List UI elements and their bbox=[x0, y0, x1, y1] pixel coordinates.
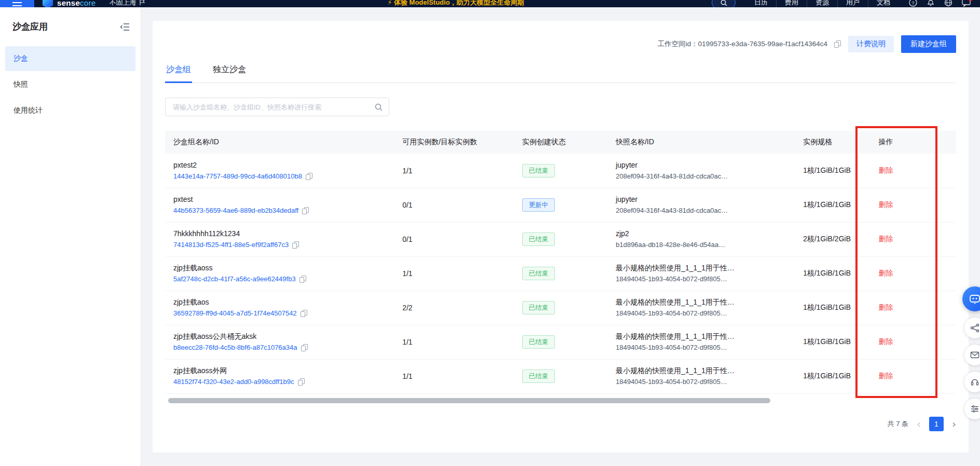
table-row: zjp挂载aoss公共桶无aksk b8eecc28-76fd-4c5b-8bf… bbox=[165, 325, 956, 359]
support-button[interactable] bbox=[964, 372, 980, 392]
brand-name: sensecore bbox=[57, 0, 96, 7]
flag-icon bbox=[139, 0, 145, 6]
snapshot-id: 18494045-1b93-4054-b072-d9f805… bbox=[616, 342, 727, 353]
nav-item-1[interactable]: 费用 bbox=[776, 0, 807, 7]
nav-item-0[interactable]: 日历 bbox=[746, 0, 776, 7]
mail-button[interactable] bbox=[964, 345, 980, 365]
copy-icon[interactable] bbox=[834, 40, 841, 48]
total-count: 共 7 条 bbox=[888, 419, 908, 429]
settings-button[interactable] bbox=[964, 399, 980, 419]
group-id-link[interactable]: 36592789-ff9d-4045-a7d5-1f74e4507542 bbox=[173, 308, 297, 319]
search-box bbox=[165, 98, 389, 116]
group-id-link[interactable]: b8eecc28-76fd-4c5b-8bf6-a87c1076a34a bbox=[173, 342, 297, 353]
copy-icon[interactable] bbox=[301, 344, 308, 351]
sidebar-item-sandbox[interactable]: 沙盒 bbox=[5, 46, 135, 71]
workspace-id: 工作空间id：01995733-e3da-7635-99ae-f1acf1436… bbox=[658, 39, 841, 49]
billing-info-button[interactable]: 计费说明 bbox=[848, 36, 894, 52]
status-badge: 已结束 bbox=[522, 335, 555, 349]
delete-button[interactable]: 删除 bbox=[879, 200, 893, 209]
status-badge: 已结束 bbox=[522, 301, 555, 315]
instance-count: 1/1 bbox=[394, 325, 514, 359]
prev-page-icon[interactable] bbox=[917, 419, 921, 429]
sidebar-item-snapshot[interactable]: 快照 bbox=[5, 72, 135, 97]
svg-text:?: ? bbox=[911, 1, 914, 6]
share-icon bbox=[970, 323, 979, 333]
snapshot-id: 208ef094-316f-4a43-81dd-cdca0ac… bbox=[616, 205, 728, 216]
sidebar-item-label: 使用统计 bbox=[13, 106, 43, 115]
delete-button[interactable]: 删除 bbox=[879, 166, 893, 174]
share-button[interactable] bbox=[964, 318, 980, 338]
snapshot-name: 最小规格的快照使用_1_1_1用于性… bbox=[616, 331, 786, 341]
copy-icon[interactable] bbox=[301, 310, 307, 317]
sidebar-title: 沙盒应用 bbox=[12, 21, 48, 33]
search-icon[interactable] bbox=[375, 103, 383, 111]
group-id-link[interactable]: 48152f74-f320-43e2-add0-a998cdff1b9c bbox=[173, 377, 294, 387]
card-header: 工作空间id：01995733-e3da-7635-99ae-f1acf1436… bbox=[165, 35, 956, 53]
sidebar: 沙盒应用 沙盒 快照 使用统计 bbox=[0, 7, 141, 466]
next-page-icon[interactable] bbox=[952, 419, 956, 429]
delete-button[interactable]: 删除 bbox=[879, 337, 893, 346]
pagination: 共 7 条 1 bbox=[165, 417, 956, 431]
nav-item-3[interactable]: 用户 bbox=[837, 0, 868, 7]
col-snapshot: 快照名称/ID bbox=[607, 131, 795, 154]
group-name: pxtest bbox=[173, 194, 386, 204]
delete-button[interactable]: 删除 bbox=[879, 235, 893, 243]
sidebar-collapse-icon[interactable] bbox=[120, 23, 129, 31]
table-row: pxtest 44b56373-5659-4ae6-889d-eb2b34ded… bbox=[165, 188, 956, 222]
group-name: zjp挂载aoss bbox=[173, 263, 386, 273]
create-sandbox-group-button[interactable]: 新建沙盒组 bbox=[901, 35, 956, 53]
group-id-link[interactable]: 1443e14a-7757-489d-99cd-4a6d408010b8 bbox=[173, 171, 302, 182]
snapshot-id: 208ef094-316f-4a43-81dd-cdca0ac… bbox=[616, 171, 728, 182]
copy-icon[interactable] bbox=[292, 241, 299, 249]
instance-spec: 1核/1GiB/1GiB bbox=[795, 188, 870, 222]
copy-icon[interactable] bbox=[300, 276, 306, 283]
tab-standalone-sandbox[interactable]: 独立沙盒 bbox=[212, 60, 247, 83]
delete-button[interactable]: 删除 bbox=[879, 303, 893, 311]
table-row: zjp挂载aoss 5af2748c-d2cb-41f7-a56c-a9ee62… bbox=[165, 256, 956, 291]
col-spec: 实例规格 bbox=[795, 131, 870, 154]
workspace-id-text: 工作空间id：01995733-e3da-7635-99ae-f1acf1436… bbox=[658, 39, 827, 49]
sidebar-menu: 沙盒 快照 使用统计 bbox=[0, 42, 141, 123]
promo-banner[interactable]: ⚡ 体验 ModelStudio，助力大模型全生命周期 bbox=[387, 0, 524, 7]
tabs: 沙盒组 独立沙盒 bbox=[165, 60, 956, 83]
instance-spec: 1核/1GiB/1GiB bbox=[795, 325, 870, 359]
group-name: zjp挂载aos bbox=[173, 297, 386, 307]
message-icon[interactable] bbox=[962, 0, 971, 7]
nav-item-2[interactable]: 资源 bbox=[807, 0, 837, 7]
search-input[interactable] bbox=[172, 103, 375, 112]
group-id-link[interactable]: 5af2748c-d2cb-41f7-a56c-a9ee62449fb3 bbox=[173, 274, 296, 284]
instance-count: 1/1 bbox=[394, 359, 514, 393]
help-icon[interactable]: ? bbox=[909, 0, 917, 7]
topbar-search[interactable] bbox=[712, 0, 736, 7]
region-selector[interactable]: 不固上海 bbox=[109, 0, 145, 7]
nav-item-4[interactable]: 文档 bbox=[868, 0, 899, 7]
snapshot-name: 最小规格的快照使用_1_1_1用于性… bbox=[616, 263, 786, 273]
tab-sandbox-group[interactable]: 沙盒组 bbox=[165, 60, 192, 83]
copy-icon[interactable] bbox=[302, 207, 309, 214]
group-id-link[interactable]: 44b56373-5659-4ae6-889d-eb2b34dedaff bbox=[173, 205, 298, 216]
status-badge: 已结束 bbox=[522, 164, 555, 178]
delete-button[interactable]: 删除 bbox=[879, 372, 893, 380]
sidebar-item-usage-stats[interactable]: 使用统计 bbox=[5, 98, 135, 123]
copy-icon[interactable] bbox=[306, 173, 312, 180]
copy-icon[interactable] bbox=[298, 378, 305, 386]
bell-icon[interactable] bbox=[927, 0, 935, 7]
topbar-nav: 日历 费用 资源 用户 文档 bbox=[746, 0, 899, 7]
group-name: pxtest2 bbox=[173, 160, 386, 170]
group-id-link[interactable]: 7414813d-f525-4ff1-88e5-ef9f2aff67c3 bbox=[173, 240, 289, 250]
table-row: 7hkkkhhhh112k1234 7414813d-f525-4ff1-88e… bbox=[165, 222, 956, 256]
content-card: 工作空间id：01995733-e3da-7635-99ae-f1acf1436… bbox=[153, 21, 969, 453]
hamburger-menu-button[interactable] bbox=[0, 0, 34, 7]
chat-assistant-icon bbox=[969, 293, 980, 305]
col-name-id: 沙盒组名称/ID bbox=[165, 131, 394, 154]
topbar: sensecore 不固上海 ⚡ 体验 ModelStudio，助力大模型全生命… bbox=[0, 0, 980, 7]
globe-icon[interactable] bbox=[944, 0, 952, 7]
horizontal-scrollbar[interactable] bbox=[168, 398, 770, 403]
floating-widgets bbox=[962, 286, 980, 419]
assistant-button[interactable] bbox=[962, 286, 980, 311]
col-status: 实例创建状态 bbox=[514, 131, 607, 154]
delete-button[interactable]: 删除 bbox=[879, 269, 893, 277]
status-badge: 已结束 bbox=[522, 232, 555, 246]
page-button-1[interactable]: 1 bbox=[929, 417, 944, 431]
headset-icon bbox=[970, 377, 979, 387]
